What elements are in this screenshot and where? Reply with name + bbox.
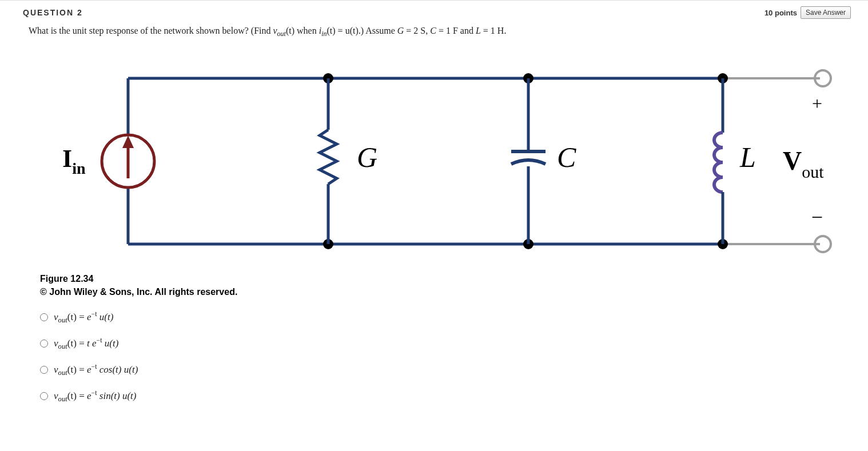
svg-marker-10 xyxy=(122,135,134,148)
prompt-text-3: (t) = u(t).) Assume xyxy=(327,26,397,35)
prompt-eq2: = 1 F and xyxy=(436,26,476,35)
answer-radio-4[interactable] xyxy=(40,392,48,400)
prompt-vout-v: v xyxy=(273,26,277,35)
prompt-iin-sub: in xyxy=(321,30,327,38)
label-L: L xyxy=(739,141,756,173)
svg-text:Iin: Iin xyxy=(62,145,86,177)
points-label: 10 points xyxy=(765,9,797,17)
question-prompt: What is the unit step response of the ne… xyxy=(29,26,851,38)
label-plus: + xyxy=(812,93,822,114)
label-V: V xyxy=(783,146,802,175)
answer-list: vout(t) = e−t u(t) vout(t) = t e−t u(t) … xyxy=(40,310,851,404)
figure-caption: Figure 12.34 © John Wiley & Sons, Inc. A… xyxy=(40,273,851,298)
prompt-C: C xyxy=(430,26,436,35)
question-number-label: QUESTION 2 xyxy=(23,8,83,17)
prompt-text-2: (t) when xyxy=(286,26,319,35)
answer-option-1[interactable]: vout(t) = e−t u(t) xyxy=(40,310,851,325)
figure-number: Figure 12.34 xyxy=(40,273,851,285)
answer-option-2[interactable]: vout(t) = t e−t u(t) xyxy=(40,336,851,351)
figure-copyright: © John Wiley & Sons, Inc. All rights res… xyxy=(40,286,851,298)
answer-text-3: vout(t) = e−t cos(t) u(t) xyxy=(54,362,138,377)
label-C: C xyxy=(557,141,576,173)
label-G: G xyxy=(357,141,377,173)
prompt-vout-sub: out xyxy=(277,30,286,38)
circuit-diagram: Iin G C L Vout + − xyxy=(23,50,851,267)
answer-option-3[interactable]: vout(t) = e−t cos(t) u(t) xyxy=(40,362,851,377)
answer-text-1: vout(t) = e−t u(t) xyxy=(54,310,113,325)
prompt-text-1: What is the unit step response of the ne… xyxy=(29,26,273,35)
answer-text-2: vout(t) = t e−t u(t) xyxy=(54,336,118,351)
answer-text-4: vout(t) = e−t sin(t) u(t) xyxy=(54,389,136,404)
question-container: QUESTION 2 10 points Save Answer What is… xyxy=(0,0,868,426)
label-iin-sub: in xyxy=(72,159,86,177)
header-right: 10 points Save Answer xyxy=(765,6,851,19)
prompt-G: G xyxy=(397,26,404,35)
label-vout-sub: out xyxy=(802,162,824,181)
prompt-eq3: = 1 H. xyxy=(481,26,507,35)
prompt-L: L xyxy=(476,26,481,35)
svg-text:Vout: Vout xyxy=(783,146,824,181)
question-header: QUESTION 2 10 points Save Answer xyxy=(23,6,851,19)
prompt-eq1: = 2 S, xyxy=(404,26,430,35)
answer-option-4[interactable]: vout(t) = e−t sin(t) u(t) xyxy=(40,389,851,404)
answer-radio-1[interactable] xyxy=(40,313,48,321)
answer-radio-2[interactable] xyxy=(40,340,48,348)
label-iin: I xyxy=(62,145,72,173)
label-minus: − xyxy=(811,206,823,229)
answer-radio-3[interactable] xyxy=(40,366,48,374)
save-answer-button[interactable]: Save Answer xyxy=(801,6,851,19)
